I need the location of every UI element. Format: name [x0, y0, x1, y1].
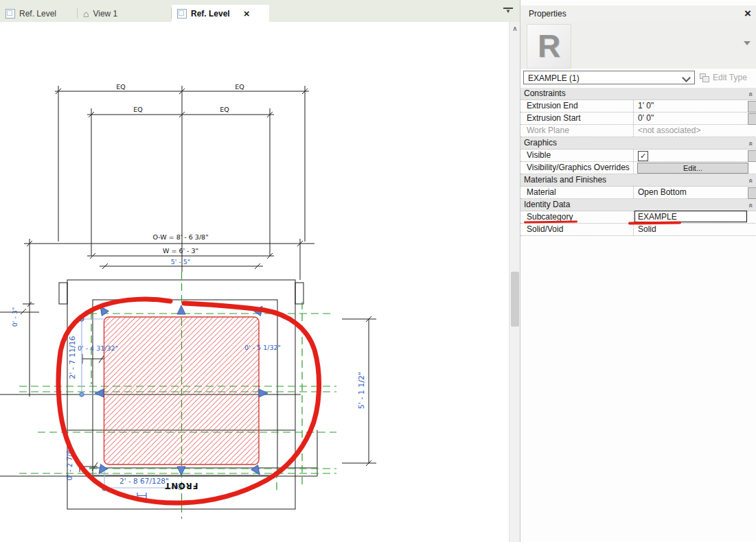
property-row-visible: Visible ✓	[520, 150, 756, 162]
dim-text-5-5[interactable]: 5' - 5"	[171, 258, 191, 266]
3d-view-icon: ⌂	[83, 10, 89, 18]
tab-ref-level-active[interactable]: Ref. Level ×	[172, 5, 269, 22]
edit-type-icon	[700, 73, 709, 82]
collapse-chevron-icon[interactable]: «	[744, 178, 756, 182]
dim-text-overall-width[interactable]: O-W = 8' - 6 3/8"	[152, 233, 208, 241]
plan-drawing-svg: EQ EQ EQ EQ O-W = 8' - 6 3/8" W = 6' - 3…	[0, 22, 509, 542]
floor-plan-icon	[5, 9, 15, 19]
section-header-materials[interactable]: Materials and Finishes «	[520, 174, 756, 187]
property-row-extrusion-end: Extrusion End 1' 0"	[520, 100, 756, 113]
associate-parameter-button[interactable]	[748, 113, 756, 125]
type-preview-band: R	[520, 22, 756, 69]
properties-panel: Properties × R EXAMPLE (1) Edit Type Con…	[520, 0, 756, 542]
handle-bottom-left	[95, 464, 107, 477]
chevron-down-icon	[682, 73, 691, 82]
preview-dropdown-icon[interactable]	[744, 41, 751, 49]
associate-parameter-button[interactable]	[748, 150, 756, 162]
close-tab-icon[interactable]: ×	[244, 8, 250, 19]
property-value[interactable]: Solid	[634, 224, 746, 235]
scrollbar-thumb[interactable]	[511, 272, 519, 327]
handle-right	[259, 389, 268, 397]
dim-text-5-1-1-2[interactable]: 5' - 1 1/2"	[357, 372, 366, 409]
close-panel-icon[interactable]: ×	[744, 7, 751, 21]
eq-label[interactable]: EQ	[133, 106, 142, 113]
property-value[interactable]: 0' 0"	[634, 113, 746, 124]
property-label: Visible	[520, 150, 634, 161]
section-header-constraints[interactable]: Constraints «	[520, 88, 756, 100]
section-header-identity-data[interactable]: Identity Data «	[520, 199, 756, 211]
collapse-chevron-icon[interactable]: «	[744, 203, 756, 207]
handle-top	[177, 305, 185, 314]
view-tab-bar: Ref. Level ⌂ View 1 Ref. Level × ▼	[0, 0, 520, 22]
family-preview-image: R	[527, 24, 571, 69]
handle-bottom	[177, 467, 185, 475]
dim-grip[interactable]	[80, 392, 84, 397]
eq-label[interactable]: EQ	[220, 106, 229, 113]
revit-logo: R	[538, 28, 560, 64]
visible-checkbox[interactable]: ✓	[638, 151, 648, 161]
eq-label[interactable]: EQ	[235, 83, 244, 91]
dim-text-2-7-11-16[interactable]: 2' - 7 11/16	[68, 335, 77, 379]
dim-text-0-5-1-32[interactable]: 0' - 5 1/32"	[244, 344, 281, 351]
tab-label: Ref. Level	[19, 9, 56, 19]
associate-parameter-button[interactable]	[748, 187, 756, 199]
small-dim-symbol-top	[82, 354, 104, 364]
property-row-work-plane: Work Plane <not associated>	[520, 125, 756, 137]
subcategory-input[interactable]: EXAMPLE	[634, 211, 747, 222]
tab-label: Ref. Level	[191, 9, 230, 19]
associate-parameter-button[interactable]	[748, 101, 756, 113]
property-label: Visibility/Graphics Overrides	[520, 162, 634, 174]
section-header-graphics[interactable]: Graphics «	[520, 137, 756, 150]
property-value: <not associated>	[634, 125, 746, 137]
canvas-scrollbar[interactable]: ∧	[509, 22, 520, 542]
tab-label: View 1	[93, 9, 117, 19]
property-value[interactable]: 1' 0"	[634, 100, 746, 112]
extrusion-sketch-hatch[interactable]	[104, 317, 260, 464]
tab-ref-level-1[interactable]: Ref. Level	[0, 5, 78, 22]
property-row-extrusion-start: Extrusion Start 0' 0"	[520, 113, 756, 125]
property-label: Extrusion Start	[520, 113, 634, 124]
property-label: Solid/Void	[520, 224, 634, 235]
property-value[interactable]: Open Bottom	[634, 187, 746, 198]
floor-plan-icon	[177, 9, 187, 19]
property-row-vg-overrides: Visibility/Graphics Overrides Edit...	[520, 162, 756, 174]
properties-header: Properties ×	[520, 5, 756, 22]
property-label: Work Plane	[520, 125, 634, 137]
eq-label[interactable]: EQ	[116, 83, 125, 91]
properties-title: Properties	[529, 9, 566, 19]
tab-overflow-icon[interactable]: ▼	[503, 8, 513, 14]
property-grid: Constraints « Extrusion End 1' 0" Extrus…	[520, 88, 756, 236]
edit-overrides-button[interactable]: Edit...	[637, 163, 748, 174]
dim-text-0-4-31-32[interactable]: 0' - 4 31/32"	[78, 344, 118, 352]
drawing-canvas[interactable]: EQ EQ EQ EQ O-W = 8' - 6 3/8" W = 6' - 3…	[0, 22, 509, 542]
property-row-solid-void: Solid/Void Solid	[520, 224, 756, 236]
collapse-chevron-icon[interactable]: «	[744, 141, 756, 145]
section-title: Constraints	[520, 89, 566, 98]
section-title: Graphics	[520, 138, 557, 148]
scroll-up-arrow[interactable]: ∧	[509, 23, 520, 34]
edit-type-label: Edit Type	[713, 73, 747, 82]
type-selector-value: EXAMPLE (1)	[528, 73, 580, 83]
dim-text-0-3[interactable]: 0' - 3"	[11, 307, 19, 327]
overflow-arrow: ▼	[503, 10, 513, 14]
section-title: Materials and Finishes	[520, 175, 606, 185]
type-selector[interactable]: EXAMPLE (1)	[523, 71, 695, 84]
property-label: Extrusion End	[520, 100, 634, 112]
front-label: FRONT	[165, 481, 198, 491]
dimension-ticks	[27, 89, 308, 269]
tab-view-1[interactable]: ⌂ View 1	[78, 5, 172, 22]
section-title: Identity Data	[520, 200, 570, 209]
dim-text-2-8-67-128[interactable]: 2' - 8 67/128"	[119, 477, 169, 485]
collapse-chevron-icon[interactable]: «	[744, 92, 756, 96]
handle-left	[95, 389, 104, 397]
property-row-material: Material Open Bottom	[520, 187, 756, 199]
property-label: Material	[520, 187, 634, 198]
dim-text-width[interactable]: W = 6' - 3"	[163, 247, 198, 255]
edit-type-button[interactable]: Edit Type	[700, 71, 755, 84]
